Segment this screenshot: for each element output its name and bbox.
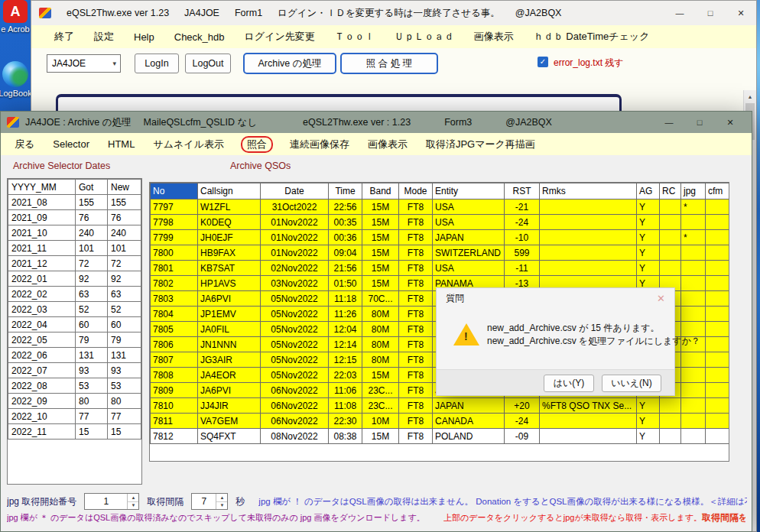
menu-item-9[interactable]: ｈｄｂ DateTimeチェック (534, 30, 650, 44)
close-button[interactable]: ✕ (715, 112, 745, 133)
table-row[interactable]: 2021_11101101 (8, 241, 141, 256)
cell: Y (637, 398, 660, 414)
form3-title-mid: MaileQSLcfm_QSLID なし (144, 116, 258, 129)
spinner-down-icon[interactable]: ▼ (128, 502, 138, 510)
cell: FT8 (399, 352, 433, 368)
table-row[interactable]: 2022_035252 (8, 302, 141, 317)
column-header[interactable]: Entity (433, 183, 505, 200)
table-row[interactable]: 2021_10240240 (8, 225, 141, 241)
menu-item-3[interactable]: HTML (108, 138, 135, 150)
table-row[interactable]: 2022_046060 (8, 317, 141, 332)
cell (681, 291, 706, 307)
archive-process-button[interactable]: Archive の処理 (243, 53, 336, 74)
maximize-button[interactable]: □ (695, 1, 726, 25)
column-header[interactable]: Rmks (540, 183, 637, 200)
yes-button[interactable]: はい(Y) (544, 375, 594, 392)
maximize-button[interactable]: □ (684, 112, 715, 133)
column-header[interactable]: Time (329, 183, 362, 200)
menu-item-7[interactable]: 画像表示 (368, 138, 408, 151)
table-row[interactable]: 2022_026363 (8, 287, 141, 302)
table-row[interactable]: 7800HB9FAX01Nov202209:0415MFT8SWITZERLAN… (151, 245, 729, 261)
interval-spinner[interactable]: 7 ▲ ▼ (191, 493, 228, 510)
table-row[interactable]: 2022_085353 (8, 378, 141, 394)
cell: +20 (505, 398, 540, 414)
spinner-up-icon[interactable]: ▲ (128, 494, 138, 502)
cell: 2022_02 (8, 287, 76, 302)
scroll-up-icon[interactable]: ▲ (744, 90, 756, 103)
cell (706, 307, 729, 322)
menu-item-2[interactable]: Selector (53, 138, 89, 150)
table-row[interactable]: 7797W1ZFL31Oct202222:5615MFT8USA-21Y* (151, 200, 729, 215)
form1-titlebar[interactable]: eQSL2Thw.exe ver 1.23 JA4JOE Form1 ログイン・… (31, 1, 756, 25)
form3-title-left: JA4JOE : Archive の処理 (25, 116, 132, 129)
cell: 79 (108, 332, 141, 348)
table-row[interactable]: 2022_019292 (8, 271, 141, 287)
desktop-icon-acrobat[interactable]: A e Acrob (0, 0, 32, 34)
cell: 7799 (151, 230, 198, 245)
table-row[interactable]: 2022_107777 (8, 409, 141, 424)
table-row[interactable]: 2022_057979 (8, 332, 141, 348)
column-header[interactable]: Date (261, 183, 329, 200)
column-header[interactable]: Mode (399, 183, 433, 200)
close-icon[interactable]: ✕ (657, 293, 665, 304)
menu-item-1[interactable]: 終了 (54, 30, 74, 44)
column-header[interactable]: YYYY_MM (8, 180, 76, 195)
table-row[interactable]: 7811VA7GEM06Nov202222:3010MFT8CANADA-24Y (151, 414, 729, 429)
table-row[interactable]: 7812SQ4FXT08Nov202208:3815MFT8POLAND-09Y (151, 429, 729, 444)
table-row[interactable]: 2022_111515 (8, 424, 141, 440)
menu-item-8[interactable]: 取得済JPGマーク再描画 (426, 138, 535, 151)
table-row[interactable]: 2021_127272 (8, 256, 141, 271)
column-header[interactable]: cfm (706, 183, 729, 200)
column-header[interactable]: Band (362, 183, 399, 200)
spinner-up-icon[interactable]: ▲ (216, 494, 227, 502)
table-row[interactable]: 2021_097676 (8, 210, 141, 225)
table-row[interactable]: 7801KB7SAT02Nov202221:5615MFT8USA-11Y (151, 261, 729, 276)
dates-panel-label: Archive Selector Dates (13, 161, 110, 171)
table-row[interactable]: 7799JH0EJF01Nov202200:3615MFT8JAPAN-10Y* (151, 230, 729, 245)
table-row[interactable]: 2021_08155155 (8, 195, 141, 210)
table-row[interactable]: 7810JJ4JIR06Nov202211:0823C...FT8JAPAN+2… (151, 398, 729, 414)
menu-item-7[interactable]: ＵｐＬｏａｄ (395, 30, 454, 44)
column-header[interactable]: jpg (681, 183, 706, 200)
table-row[interactable]: 2022_098080 (8, 394, 141, 409)
table-row[interactable]: 2022_079393 (8, 363, 141, 378)
column-header[interactable]: RC (660, 183, 681, 200)
jpg-start-spinner[interactable]: 1 ▲ ▼ (84, 493, 139, 510)
menu-item-5[interactable]: ログイン先変更 (245, 30, 315, 44)
column-header[interactable]: No (151, 183, 198, 200)
column-header[interactable]: RST (505, 183, 540, 200)
menu-item-6[interactable]: Ｔｏｏｌ (335, 30, 375, 44)
menu-item-2[interactable]: 設定 (94, 30, 114, 44)
logout-button[interactable]: LogOut (185, 54, 231, 73)
collate-process-button[interactable]: 照 合 処 理 (340, 53, 438, 74)
column-header[interactable]: Callsign (198, 183, 261, 200)
menu-item-5[interactable]: 照合 (241, 136, 273, 153)
desktop-icon-logbook[interactable]: LogBook (0, 61, 32, 98)
column-header[interactable]: AG (637, 183, 660, 200)
cell: FT8 (399, 291, 433, 307)
table-row[interactable]: 2022_06131131 (8, 348, 141, 363)
error-log-checkbox[interactable]: ✓ (538, 57, 548, 67)
menu-item-8[interactable]: 画像表示 (474, 30, 514, 44)
login-id-combobox[interactable]: JA4JOE ▾ (47, 54, 121, 73)
spinner-down-icon[interactable]: ▼ (216, 502, 227, 510)
menu-item-6[interactable]: 連続画像保存 (290, 138, 349, 151)
menu-item-4[interactable]: Check_hdb (174, 31, 225, 43)
column-header[interactable]: Got (76, 180, 108, 195)
table-row[interactable]: 7798K0DEQ01Nov202200:3515MFT8USA-24Y (151, 215, 729, 230)
menu-item-1[interactable]: 戻る (15, 138, 34, 151)
column-header[interactable]: New (108, 180, 141, 195)
seconds-unit-label: 秒 (235, 495, 245, 508)
form3-titlebar[interactable]: JA4JOE : Archive の処理 MaileQSLcfm_QSLID な… (1, 112, 752, 133)
cell: 01Nov2022 (261, 230, 329, 245)
minimize-button[interactable]: — (654, 112, 684, 133)
no-button[interactable]: いいえ(N) (602, 375, 661, 392)
cell: 12:15 (329, 352, 362, 368)
menu-item-3[interactable]: Help (134, 31, 154, 43)
cell: 12:04 (329, 322, 362, 337)
login-button[interactable]: LogIn (135, 54, 179, 73)
cell: -24 (505, 215, 540, 230)
menu-item-4[interactable]: サムネイル表示 (153, 138, 224, 151)
close-button[interactable]: ✕ (726, 1, 756, 25)
minimize-button[interactable]: — (664, 1, 695, 25)
